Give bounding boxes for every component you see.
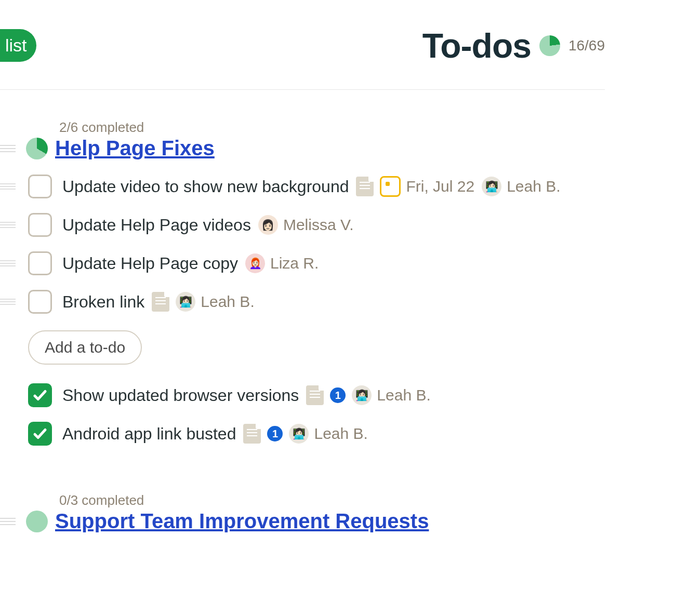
due-date: Fri, Jul 22	[406, 178, 474, 195]
todo-label[interactable]: Android app link busted	[62, 424, 236, 444]
add-todo-button[interactable]: Add a to-do	[28, 330, 142, 365]
group-status: 2/6 completed	[59, 119, 615, 136]
note-icon[interactable]	[306, 385, 324, 405]
calendar-icon[interactable]	[380, 176, 401, 197]
drag-handle-icon[interactable]	[0, 299, 16, 305]
todo-label[interactable]: Show updated browser versions	[62, 386, 299, 405]
page-header: To-dos 16/69	[422, 26, 605, 65]
assignee-avatar[interactable]: 👩🏻‍💻	[352, 385, 372, 405]
todo-checkbox[interactable]	[28, 175, 52, 198]
todo-checkbox[interactable]	[28, 290, 52, 314]
assignee-avatar[interactable]: 👩🏻	[258, 215, 278, 235]
assignee-name: Liza R.	[270, 255, 319, 272]
todo-checkbox[interactable]	[28, 422, 52, 446]
drag-handle-icon[interactable]	[0, 260, 16, 266]
overall-count: 16/69	[568, 37, 605, 54]
comment-count-badge[interactable]: 1	[267, 426, 283, 441]
drag-handle-icon[interactable]	[0, 145, 16, 152]
group-title-link[interactable]: Support Team Improvement Requests	[55, 510, 429, 533]
group-progress-pie	[26, 138, 48, 159]
todo-label[interactable]: Broken link	[62, 292, 144, 312]
list-view-button[interactable]: list	[0, 29, 36, 62]
todo-label[interactable]: Update Help Page videos	[62, 216, 251, 235]
todo-checkbox[interactable]	[28, 383, 52, 407]
assignee-avatar[interactable]: 👩🏻‍💻	[289, 424, 309, 444]
note-icon[interactable]	[152, 292, 169, 312]
todo-label[interactable]: Update video to show new background	[62, 177, 349, 196]
comment-count-badge[interactable]: 1	[330, 387, 346, 403]
assignee-name: Leah B.	[314, 425, 367, 443]
group-progress-pie	[26, 511, 48, 532]
drag-handle-icon[interactable]	[0, 518, 16, 525]
todo-checkbox[interactable]	[28, 251, 52, 275]
todo-checkbox[interactable]	[28, 213, 52, 237]
drag-handle-icon[interactable]	[0, 183, 16, 190]
group-status: 0/3 completed	[59, 492, 615, 508]
page-title: To-dos	[422, 26, 531, 65]
group-title-link[interactable]: Help Page Fixes	[55, 137, 215, 160]
note-icon[interactable]	[356, 177, 374, 196]
assignee-avatar[interactable]: 👩🏻‍🦰	[245, 253, 265, 273]
assignee-name: Leah B.	[507, 178, 560, 195]
note-icon[interactable]	[243, 424, 261, 444]
assignee-avatar[interactable]: 👩🏻‍💻	[482, 177, 501, 196]
assignee-name: Leah B.	[201, 293, 254, 311]
assignee-name: Melissa V.	[283, 216, 354, 234]
assignee-name: Leah B.	[377, 386, 430, 404]
overall-progress-pie	[539, 35, 560, 56]
todo-label[interactable]: Update Help Page copy	[62, 254, 238, 273]
assignee-avatar[interactable]: 👩🏻‍💻	[176, 292, 195, 312]
header-divider	[0, 89, 605, 90]
drag-handle-icon[interactable]	[0, 222, 16, 228]
